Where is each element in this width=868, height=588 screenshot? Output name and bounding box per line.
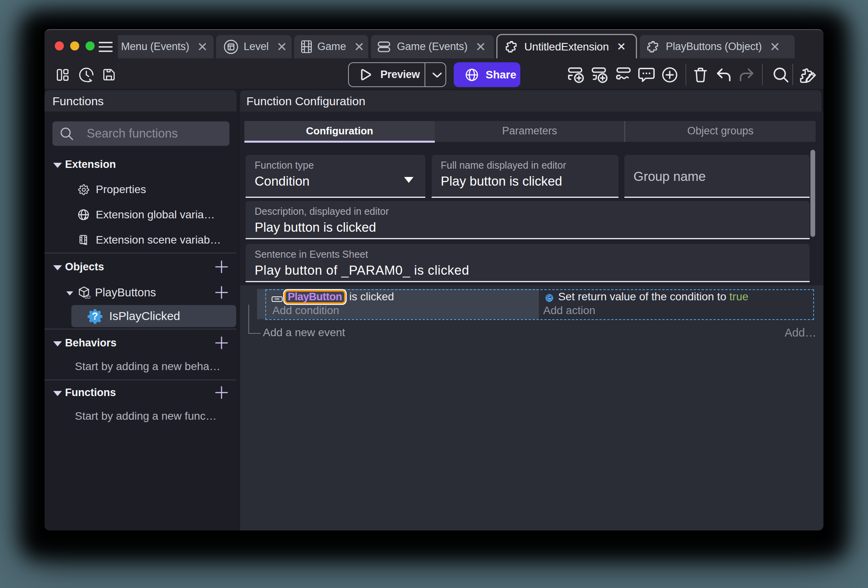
svg-text:?: ? bbox=[92, 311, 98, 322]
svg-text:2D: 2D bbox=[85, 295, 90, 300]
